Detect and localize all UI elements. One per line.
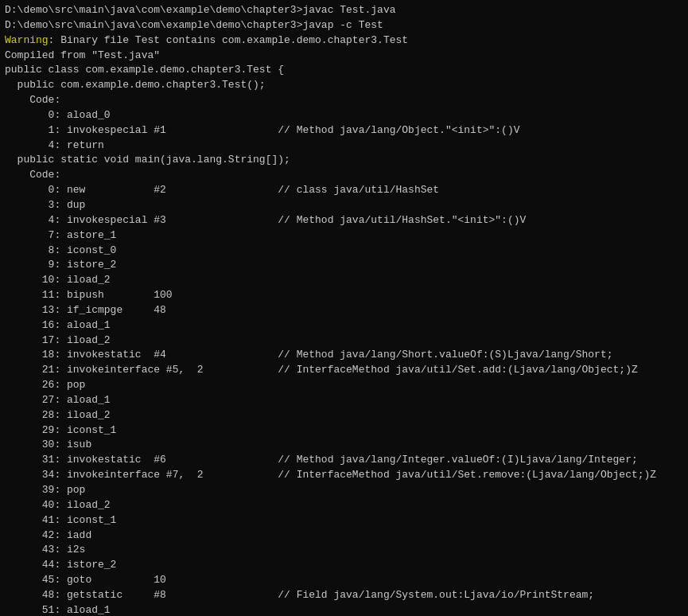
terminal-line: 8: iconst_0 bbox=[5, 244, 683, 259]
terminal-line: 43: i2s bbox=[5, 543, 683, 558]
terminal-line: 21: invokeinterface #5, 2 // InterfaceMe… bbox=[5, 363, 683, 378]
terminal-line: 34: invokeinterface #7, 2 // InterfaceMe… bbox=[5, 468, 683, 483]
terminal-line: public static void main(java.lang.String… bbox=[5, 153, 683, 168]
terminal-line: 0: aload_0 bbox=[5, 108, 683, 123]
terminal-line: 26: pop bbox=[5, 378, 683, 393]
terminal-line: 17: iload_2 bbox=[5, 333, 683, 349]
terminal-line: 48: getstatic #8 // Field java/lang/Syst… bbox=[5, 588, 683, 603]
terminal-line: 18: invokestatic #4 // Method java/lang/… bbox=[5, 348, 683, 363]
terminal-line: 4: return bbox=[5, 138, 683, 154]
terminal-line: 42: iadd bbox=[5, 528, 683, 544]
terminal-line: 3: dup bbox=[5, 198, 683, 213]
terminal-line: 45: goto 10 bbox=[5, 573, 683, 588]
terminal-line: 31: invokestatic #6 // Method java/lang/… bbox=[5, 453, 683, 468]
terminal-line: 16: aload_1 bbox=[5, 318, 683, 333]
terminal-line: 11: bipush 100 bbox=[5, 288, 683, 303]
terminal-line: 10: iload_2 bbox=[5, 273, 683, 288]
terminal-line: 51: aload_1 bbox=[5, 603, 683, 616]
terminal-line: 4: invokespecial #3 // Method java/util/… bbox=[5, 213, 683, 228]
terminal-line: 29: iconst_1 bbox=[5, 423, 683, 439]
terminal-line: Code: bbox=[5, 93, 683, 108]
terminal-line: 0: new #2 // class java/util/HashSet bbox=[5, 183, 683, 198]
terminal-line: D:\demo\src\main\java\com\example\demo\c… bbox=[5, 3, 683, 18]
terminal-line: Warning: Binary file Test contains com.e… bbox=[5, 33, 683, 49]
terminal-line: Compiled from "Test.java" bbox=[5, 49, 683, 64]
terminal-line: 13: if_icmpge 48 bbox=[5, 303, 683, 318]
terminal-line: 44: istore_2 bbox=[5, 558, 683, 573]
terminal-line: D:\demo\src\main\java\com\example\demo\c… bbox=[5, 18, 683, 33]
terminal-line: Code: bbox=[5, 168, 683, 183]
terminal-line: public com.example.demo.chapter3.Test(); bbox=[5, 78, 683, 93]
terminal-line: 27: aload_1 bbox=[5, 393, 683, 408]
terminal-line: 28: iload_2 bbox=[5, 408, 683, 423]
terminal-line: 7: astore_1 bbox=[5, 228, 683, 244]
terminal-line: 40: iload_2 bbox=[5, 498, 683, 513]
terminal-line: 30: isub bbox=[5, 438, 683, 453]
terminal-line: public class com.example.demo.chapter3.T… bbox=[5, 63, 683, 78]
terminal-line: 9: istore_2 bbox=[5, 258, 683, 273]
terminal-line: 41: iconst_1 bbox=[5, 513, 683, 528]
terminal-window: D:\demo\src\main\java\com\example\demo\c… bbox=[0, 0, 688, 616]
terminal-line: 1: invokespecial #1 // Method java/lang/… bbox=[5, 123, 683, 138]
terminal-line: 39: pop bbox=[5, 483, 683, 498]
